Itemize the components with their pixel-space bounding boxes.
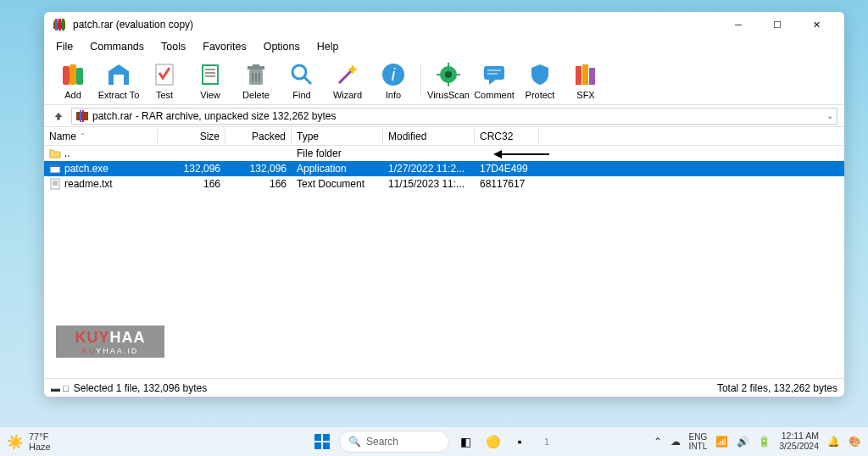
txt-icon: [49, 178, 61, 190]
address-bar: patch.rar - RAR archive, unpacked size 1…: [44, 105, 844, 127]
comment-button[interactable]: Comment: [472, 59, 516, 102]
maximize-button[interactable]: ☐: [758, 12, 797, 37]
watermark: KUYHAA KUYHAA.ID: [56, 325, 164, 358]
exe-icon: [49, 163, 61, 175]
path-dropdown[interactable]: patch.rar - RAR archive, unpacked size 1…: [71, 108, 837, 125]
find-icon: [288, 61, 315, 88]
title-bar: patch.rar (evaluation copy) ─ ☐ ✕: [44, 12, 844, 37]
column-crc[interactable]: CRC32: [475, 129, 539, 144]
column-size[interactable]: Size: [158, 129, 225, 144]
delete-icon: [242, 61, 270, 88]
task-view-button[interactable]: ◧: [454, 431, 476, 453]
file-row-readme-txt[interactable]: readme.txt 166 166 Text Document 11/15/2…: [44, 176, 844, 192]
language-button[interactable]: ENG INTL: [689, 432, 708, 451]
status-selected: Selected 1 file, 132,096 bytes: [74, 382, 207, 394]
pinned-app[interactable]: ▪: [509, 431, 531, 453]
volume-icon[interactable]: 🔊: [737, 436, 749, 448]
test-button[interactable]: Test: [142, 59, 186, 102]
search-icon: 🔍: [348, 436, 361, 448]
notifications-icon[interactable]: 🔔: [827, 436, 840, 448]
clock-button[interactable]: 12:11 AM 3/25/2024: [779, 431, 819, 451]
svg-rect-11: [203, 66, 217, 83]
column-name[interactable]: Name⌃: [44, 129, 158, 144]
start-button[interactable]: [310, 430, 334, 453]
virusscan-icon: [435, 61, 462, 88]
svg-rect-50: [314, 442, 321, 449]
svg-line-23: [339, 70, 353, 83]
menu-file[interactable]: File: [49, 38, 80, 55]
menu-options[interactable]: Options: [257, 38, 307, 55]
view-icon: [197, 61, 224, 88]
status-icon: ▬ □: [51, 383, 69, 393]
test-icon: [151, 61, 178, 88]
folder-icon: [49, 147, 61, 159]
svg-rect-32: [484, 66, 504, 80]
path-text: patch.rar - RAR archive, unpacked size 1…: [92, 110, 336, 122]
svg-point-27: [445, 71, 452, 78]
extract-icon: [105, 61, 132, 88]
file-list[interactable]: .. File folder patch.exe 132,096 132,096…: [44, 146, 844, 378]
svg-rect-40: [82, 110, 84, 122]
close-button[interactable]: ✕: [797, 12, 836, 37]
svg-text:i: i: [392, 65, 396, 84]
menu-help[interactable]: Help: [310, 38, 346, 55]
weather-widget[interactable]: ☀️ 77°F Haze: [7, 431, 51, 452]
wifi-icon[interactable]: 📶: [715, 436, 728, 448]
column-type[interactable]: Type: [292, 129, 383, 144]
virusscan-button[interactable]: VirusScan: [426, 59, 470, 102]
copilot-button[interactable]: 🟡: [481, 431, 504, 453]
extract-button[interactable]: Extract To: [97, 59, 141, 102]
pinned-app-2[interactable]: 1: [536, 431, 558, 453]
svg-rect-3: [58, 19, 61, 31]
svg-rect-36: [582, 64, 588, 85]
add-button[interactable]: Add: [51, 59, 95, 102]
delete-button[interactable]: Delete: [234, 59, 278, 102]
svg-rect-2: [55, 19, 58, 31]
parent-folder-row[interactable]: .. File folder: [44, 146, 844, 161]
battery-icon[interactable]: 🔋: [758, 436, 771, 448]
winrar-icon: [53, 18, 66, 31]
column-packed[interactable]: Packed: [225, 129, 292, 144]
svg-rect-42: [50, 164, 60, 167]
svg-rect-49: [323, 434, 330, 441]
tray-extra-icon[interactable]: 🎨: [849, 436, 861, 448]
menu-favorites[interactable]: Favorites: [196, 38, 253, 55]
up-button[interactable]: [51, 108, 66, 124]
svg-rect-7: [76, 68, 83, 85]
tray-chevron-icon[interactable]: ⌃: [654, 436, 662, 448]
svg-rect-8: [114, 75, 124, 85]
archive-icon: [75, 109, 89, 123]
file-row-patch-exe[interactable]: patch.exe 132,096 132,096 Application 1/…: [44, 161, 844, 176]
find-button[interactable]: Find: [280, 59, 324, 102]
chevron-down-icon: ⌄: [826, 111, 833, 120]
svg-rect-37: [589, 68, 595, 85]
comment-icon: [481, 61, 508, 88]
wizard-button[interactable]: Wizard: [326, 59, 370, 102]
view-button[interactable]: View: [188, 59, 232, 102]
svg-rect-5: [63, 66, 70, 85]
protect-icon: [526, 61, 554, 88]
tray-onedrive-icon[interactable]: ☁: [670, 436, 681, 448]
add-icon: [59, 61, 86, 88]
sfx-icon: [572, 61, 599, 88]
menu-commands[interactable]: Commands: [83, 38, 151, 55]
menu-bar: File Commands Tools Favorites Options He…: [44, 37, 844, 56]
menu-tools[interactable]: Tools: [154, 38, 192, 55]
info-icon: i: [380, 61, 407, 88]
svg-rect-6: [70, 64, 76, 85]
info-button[interactable]: i Info: [371, 59, 415, 102]
window-title: patch.rar (evaluation copy): [73, 19, 719, 31]
column-modified[interactable]: Modified: [383, 129, 475, 144]
svg-rect-48: [314, 434, 321, 441]
wizard-icon: [334, 61, 361, 88]
minimize-button[interactable]: ─: [719, 12, 758, 37]
svg-rect-17: [253, 64, 259, 67]
toolbar-separator: [420, 64, 421, 97]
file-list-header: Name⌃ Size Packed Type Modified CRC32: [44, 127, 844, 146]
svg-rect-35: [576, 66, 581, 85]
svg-line-22: [304, 77, 311, 84]
svg-point-21: [292, 65, 306, 79]
protect-button[interactable]: Protect: [518, 59, 562, 102]
taskbar-search[interactable]: 🔍 Search: [339, 431, 449, 453]
sfx-button[interactable]: SFX: [564, 59, 608, 102]
